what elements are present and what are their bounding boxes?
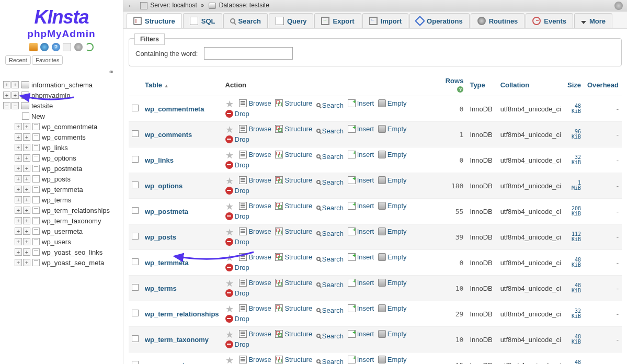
- sql-window-icon[interactable]: [63, 43, 71, 51]
- browse-action[interactable]: Browse: [239, 228, 271, 235]
- filter-input[interactable]: [204, 47, 293, 60]
- expand-icon[interactable]: +: [15, 238, 22, 245]
- reload-icon[interactable]: [85, 43, 94, 51]
- empty-action[interactable]: Empty: [378, 253, 407, 261]
- table-name-link[interactable]: wp_terms: [145, 285, 177, 292]
- expand-icon[interactable]: +: [15, 259, 22, 266]
- expand-icon[interactable]: +: [15, 186, 22, 193]
- expand-icon[interactable]: +: [23, 217, 30, 224]
- tab-recent[interactable]: Recent: [5, 55, 31, 65]
- expand-icon[interactable]: +: [15, 123, 22, 130]
- expand-icon[interactable]: +: [12, 81, 19, 88]
- insert-action[interactable]: Insert: [348, 330, 374, 338]
- browse-action[interactable]: Browse: [239, 253, 271, 261]
- structure-action[interactable]: Structure: [275, 202, 312, 210]
- col-overhead[interactable]: Overhead: [584, 74, 622, 96]
- expand-icon[interactable]: +: [15, 228, 22, 235]
- empty-action[interactable]: Empty: [378, 228, 407, 235]
- search-action[interactable]: Search: [316, 255, 344, 263]
- expand-icon[interactable]: +: [3, 81, 10, 88]
- expand-icon[interactable]: +: [23, 133, 30, 141]
- expand-icon[interactable]: +: [23, 228, 30, 235]
- structure-action[interactable]: Structure: [275, 228, 312, 235]
- empty-action[interactable]: Empty: [378, 151, 407, 158]
- col-size[interactable]: Size: [564, 74, 584, 96]
- col-type[interactable]: Type: [466, 74, 497, 96]
- search-action[interactable]: Search: [316, 153, 344, 161]
- browse-action[interactable]: Browse: [239, 151, 271, 158]
- table-node[interactable]: wp_termmeta: [42, 186, 83, 194]
- expand-icon[interactable]: +: [23, 196, 30, 203]
- row-checkbox[interactable]: [132, 207, 139, 214]
- row-checkbox[interactable]: [132, 361, 139, 364]
- expand-icon[interactable]: +: [23, 207, 30, 214]
- table-name-link[interactable]: wp_links: [145, 156, 174, 164]
- insert-action[interactable]: Insert: [348, 125, 374, 133]
- empty-action[interactable]: Empty: [378, 330, 407, 338]
- col-collation[interactable]: Collation: [497, 74, 564, 96]
- search-action[interactable]: Search: [316, 306, 344, 314]
- empty-action[interactable]: Empty: [378, 304, 407, 312]
- insert-action[interactable]: Insert: [348, 176, 374, 184]
- favorite-icon[interactable]: ★: [225, 329, 234, 340]
- drop-action[interactable]: Drop: [225, 161, 249, 169]
- tab-search[interactable]: Search: [223, 13, 268, 28]
- insert-action[interactable]: Insert: [348, 253, 374, 261]
- drop-action[interactable]: Drop: [225, 187, 249, 195]
- search-action[interactable]: Search: [316, 332, 344, 340]
- browse-action[interactable]: Browse: [239, 304, 271, 312]
- structure-action[interactable]: Structure: [275, 151, 312, 158]
- insert-action[interactable]: Insert: [348, 202, 374, 210]
- favorite-icon[interactable]: ★: [225, 150, 234, 161]
- expand-icon[interactable]: +: [3, 92, 10, 99]
- structure-action[interactable]: Structure: [275, 356, 312, 363]
- structure-action[interactable]: Structure: [275, 99, 312, 107]
- expand-icon[interactable]: +: [15, 165, 22, 172]
- col-table[interactable]: Table ▲: [142, 74, 222, 96]
- favorite-icon[interactable]: ★: [225, 176, 234, 186]
- database-name[interactable]: testsite: [249, 2, 269, 9]
- row-checkbox[interactable]: [132, 258, 139, 265]
- nav-back-icon[interactable]: ←: [128, 2, 134, 9]
- favorite-icon[interactable]: ★: [225, 99, 234, 109]
- table-node[interactable]: wp_postmeta: [42, 165, 82, 173]
- tab-operations[interactable]: Operations: [409, 13, 470, 28]
- row-checkbox[interactable]: [132, 156, 139, 163]
- expand-icon[interactable]: +: [23, 175, 30, 183]
- browse-action[interactable]: Browse: [239, 356, 271, 363]
- help-icon[interactable]: ?: [52, 43, 60, 51]
- search-action[interactable]: Search: [316, 281, 344, 289]
- browse-action[interactable]: Browse: [239, 125, 271, 133]
- insert-action[interactable]: Insert: [348, 356, 374, 363]
- table-node[interactable]: wp_term_relationships: [42, 207, 110, 214]
- structure-action[interactable]: Structure: [275, 253, 312, 261]
- favorite-icon[interactable]: ★: [225, 201, 234, 212]
- row-checkbox[interactable]: [132, 335, 139, 342]
- favorite-icon[interactable]: ★: [225, 278, 234, 289]
- table-name-link[interactable]: wp_posts: [145, 233, 176, 241]
- expand-icon[interactable]: +: [15, 196, 22, 203]
- expand-icon[interactable]: +: [15, 217, 22, 224]
- link-icon[interactable]: ⚭: [0, 67, 123, 79]
- favorite-icon[interactable]: ★: [225, 304, 234, 314]
- expand-icon[interactable]: +: [15, 133, 22, 141]
- table-node[interactable]: wp_usermeta: [42, 228, 83, 235]
- expand-icon[interactable]: +: [23, 144, 30, 151]
- browse-action[interactable]: Browse: [239, 99, 271, 107]
- row-checkbox[interactable]: [132, 233, 139, 240]
- expand-icon[interactable]: +: [15, 248, 22, 256]
- expand-icon[interactable]: +: [23, 248, 30, 256]
- table-name-link[interactable]: wp_options: [145, 182, 183, 190]
- table-node[interactable]: wp_comments: [42, 133, 86, 141]
- col-rows[interactable]: Rows ?: [435, 74, 467, 96]
- table-name-link[interactable]: wp_term_taxonomy: [145, 336, 209, 344]
- table-node[interactable]: wp_links: [42, 144, 68, 152]
- empty-action[interactable]: Empty: [378, 99, 407, 107]
- expand-icon[interactable]: +: [15, 144, 22, 151]
- expand-icon[interactable]: +: [23, 238, 30, 245]
- db-node[interactable]: information_schema: [31, 81, 93, 89]
- row-checkbox[interactable]: [132, 105, 139, 111]
- search-action[interactable]: Search: [316, 230, 344, 237]
- favorite-icon[interactable]: ★: [225, 227, 234, 237]
- empty-action[interactable]: Empty: [378, 125, 407, 133]
